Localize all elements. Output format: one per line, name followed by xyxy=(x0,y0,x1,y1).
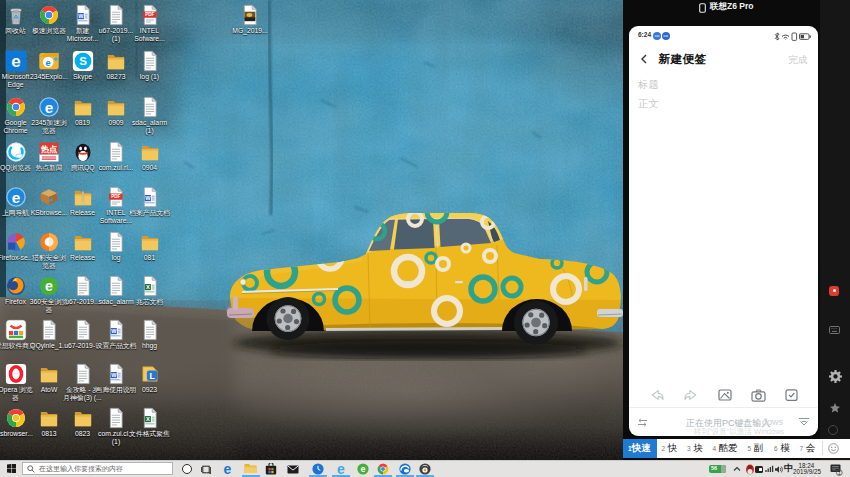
svg-text:1: 1 xyxy=(838,469,841,475)
svg-text:e: e xyxy=(45,278,53,294)
svg-text:X: X xyxy=(145,284,149,290)
svg-text:S: S xyxy=(79,55,87,67)
svg-text:e: e xyxy=(360,464,365,474)
svg-text:X: X xyxy=(145,416,149,422)
svg-text:e: e xyxy=(11,189,20,206)
svg-text:PDF: PDF xyxy=(111,194,120,199)
svg-text:W: W xyxy=(145,195,151,201)
svg-text:e: e xyxy=(46,58,51,68)
svg-text:L: L xyxy=(149,371,155,381)
svg-text:W: W xyxy=(78,13,84,19)
svg-text:W: W xyxy=(111,328,117,334)
svg-text:PDF: PDF xyxy=(145,12,154,17)
svg-text:e: e xyxy=(45,99,54,116)
svg-text:e: e xyxy=(11,52,20,71)
svg-text:热点: 热点 xyxy=(40,144,58,154)
svg-text:W: W xyxy=(111,372,117,378)
